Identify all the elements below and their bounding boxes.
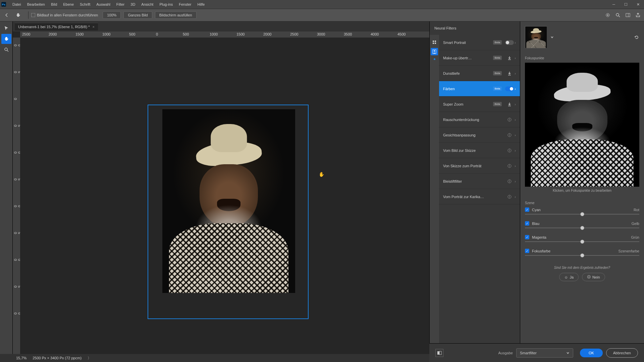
tool-column	[0, 21, 13, 354]
filter-label: Rauschunterdrückung	[443, 118, 504, 122]
slider-knob[interactable]	[580, 212, 584, 216]
chevron-right-icon: ›	[515, 56, 516, 60]
reset-icon[interactable]	[634, 35, 639, 40]
document-tab[interactable]: Unbenannt-1 bei 15,7% (Ebene 1, RGB/8) *…	[15, 23, 98, 31]
filter-label: Vom Porträt zur Karika…	[443, 195, 504, 199]
move-tool[interactable]	[1, 23, 11, 33]
menu-schrift[interactable]: Schrift	[77, 2, 93, 6]
chevron-right-icon: ›	[515, 118, 516, 122]
status-zoom: 15,7%	[16, 356, 26, 360]
status-arrow-icon[interactable]: 〉	[88, 356, 91, 361]
face-thumbnail[interactable]	[525, 26, 547, 48]
filter-control[interactable]: i	[504, 164, 515, 168]
search-icon[interactable]	[614, 12, 621, 18]
filter-label: Smart Portrait	[443, 41, 493, 45]
tab-close-icon[interactable]: ×	[92, 25, 94, 29]
hand-tool[interactable]	[1, 34, 11, 44]
menu-auswahl[interactable]: Auswahl	[93, 2, 113, 6]
filter-control[interactable]	[504, 71, 515, 76]
filter-control[interactable]	[504, 40, 515, 45]
ok-button[interactable]: OK	[580, 349, 603, 357]
filter-control[interactable]: i	[504, 117, 515, 122]
share-icon[interactable]	[635, 12, 641, 18]
svg-text:i: i	[509, 164, 510, 168]
feedback-yes-button[interactable]: ☺Ja	[559, 273, 579, 281]
filter-control[interactable]: i	[504, 133, 515, 137]
zoom-tool[interactable]	[1, 45, 11, 55]
filter-category-all[interactable]	[431, 39, 438, 46]
filter-row-3[interactable]: FärbenBeta›	[439, 81, 520, 97]
filter-control[interactable]	[504, 86, 515, 91]
slider-checkbox[interactable]: ✓	[525, 235, 529, 239]
chevron-right-icon: ›	[515, 102, 516, 106]
menu-fenster[interactable]: Fenster	[176, 2, 194, 6]
face-dropdown[interactable]	[550, 35, 554, 40]
artboard-selection[interactable]	[148, 105, 309, 319]
slider-track[interactable]	[525, 255, 639, 256]
output-select[interactable]: Smartfilter	[516, 348, 573, 358]
ruler-horizontal[interactable]: 2500200015001000500050010001500200025003…	[20, 32, 429, 38]
window-close[interactable]: ✕	[632, 0, 644, 9]
menu-filter[interactable]: Filter	[113, 2, 127, 6]
fokus-preview[interactable]	[525, 63, 639, 187]
menu-bild[interactable]: Bild	[48, 2, 60, 6]
filter-control[interactable]	[504, 102, 515, 107]
svg-point-10	[434, 50, 435, 52]
feedback-no-button[interactable]: ☹Nein	[582, 273, 605, 281]
slider-checkbox[interactable]: ✓	[525, 249, 529, 253]
status-bar: 15,7% 2500 Px × 3400 Px (72 ppcm) 〉	[13, 354, 429, 362]
filter-row-4[interactable]: Super ZoomBeta›	[439, 97, 520, 112]
slider-checkbox[interactable]: ✓	[525, 221, 529, 226]
cloud-icon[interactable]	[604, 12, 611, 18]
slider-track[interactable]	[525, 228, 639, 228]
menu-plugins[interactable]: Plug-ins	[156, 2, 176, 6]
filter-label: Make-up übertr…	[443, 56, 493, 60]
filter-control[interactable]	[504, 56, 515, 60]
filter-row-5[interactable]: Rauschunterdrückungi›	[439, 112, 520, 127]
back-button[interactable]	[3, 11, 11, 19]
ruler-vertical[interactable]: 10050050100150200250300350400	[13, 38, 20, 354]
color-slider-3: ✓FokusfarbeSzenenfarbe	[525, 249, 639, 256]
fill-screen-button[interactable]: Bildschirm ausfüllen	[155, 11, 197, 19]
workspace-icon[interactable]	[625, 12, 631, 18]
menu-hilfe[interactable]: Hilfe	[194, 2, 208, 6]
filter-row-2[interactable]: DunsttiefeBeta›	[439, 66, 520, 81]
menu-datei[interactable]: Datei	[9, 2, 24, 6]
slider-knob[interactable]	[580, 226, 584, 230]
scroll-all-checkbox[interactable]: Bildlauf in allen Fenstern durchführen	[31, 13, 98, 17]
filter-row-9[interactable]: Bleistiftfilteri›	[439, 174, 520, 189]
filter-control[interactable]: i	[504, 148, 515, 153]
menu-ansicht[interactable]: Ansicht	[138, 2, 156, 6]
filter-row-8[interactable]: Von Skizze zum Porträti›	[439, 158, 520, 174]
fit-screen-button[interactable]: Ganzes Bild	[123, 11, 152, 19]
filter-row-10[interactable]: Vom Porträt zur Karika…i›	[439, 189, 520, 204]
filter-row-0[interactable]: Smart PortraitBeta›	[439, 35, 520, 50]
preview-toggle-icon[interactable]	[435, 349, 443, 357]
slider-knob[interactable]	[580, 240, 584, 244]
window-maximize[interactable]: ☐	[620, 0, 632, 9]
window-minimize[interactable]: ─	[608, 0, 620, 9]
slider-track[interactable]	[525, 214, 639, 215]
hand-cursor-icon: ✋	[319, 172, 324, 177]
slider-checkbox[interactable]: ✓	[525, 207, 529, 212]
menu-bearbeiten[interactable]: Bearbeiten	[24, 2, 48, 6]
filter-control[interactable]: i	[504, 179, 515, 184]
filter-category-portrait[interactable]	[431, 48, 438, 55]
svg-point-1	[607, 14, 608, 16]
cancel-button[interactable]: Abbrechen	[606, 348, 638, 358]
menu-3d[interactable]: 3D	[127, 2, 138, 6]
slider-left-label: Fokusfarbe	[532, 249, 619, 253]
zoom-100-button[interactable]: 100%	[103, 11, 121, 19]
filter-row-1[interactable]: Make-up übertr…Beta›	[439, 50, 520, 66]
filter-row-6[interactable]: Gesichtsanpassungi›	[439, 127, 520, 143]
svg-rect-3	[626, 13, 630, 17]
menu-ebene[interactable]: Ebene	[60, 2, 77, 6]
filter-control[interactable]: i	[504, 194, 515, 199]
chevron-right-icon: ›	[515, 179, 516, 183]
filter-row-7[interactable]: Vom Bild zur Skizzei›	[439, 143, 520, 158]
slider-track[interactable]	[525, 241, 639, 242]
beta-badge: Beta	[493, 56, 502, 60]
slider-knob[interactable]	[580, 253, 584, 257]
svg-rect-24	[439, 351, 441, 355]
canvas[interactable]: ✋	[20, 38, 429, 354]
